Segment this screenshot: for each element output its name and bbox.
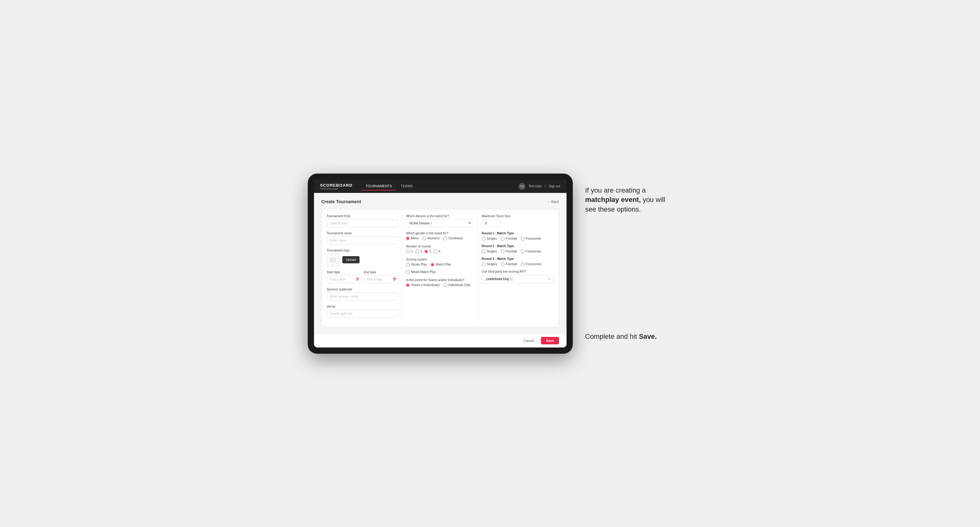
teams-and-individuals[interactable]: Teams (+Individuals) (406, 283, 440, 287)
start-date-group: Start date 📅 (327, 270, 361, 283)
calendar-icon-end: 📅 (393, 278, 396, 281)
annotation-top-bold: matchplay event, (585, 196, 641, 203)
api-tag: Leaderboard King × (485, 277, 514, 281)
annotation-bottom-text: Complete and hit (585, 333, 639, 340)
api-tag-close-icon[interactable]: × (510, 277, 512, 281)
gender-womens[interactable]: Womens (423, 237, 440, 240)
round2-singles-label: Singles (487, 250, 497, 253)
form-header: Create Tournament ← Back (321, 199, 559, 204)
round1-fourball[interactable]: Fourball (501, 237, 517, 241)
round-2-label: 2 (420, 250, 422, 253)
tablet-screen: SCOREBOARD Powered by clippit TOURNAMENT… (314, 180, 566, 348)
round3-fourball-label: Fourball (506, 262, 517, 266)
nav-right: TU Test User | Sign out (519, 183, 560, 190)
venue-group: Venue (327, 305, 398, 317)
round-4[interactable]: 4 (434, 250, 441, 253)
api-label: Use third-party live scoring API? (482, 270, 554, 273)
name-label: Tournament name (327, 232, 398, 235)
sign-out-link[interactable]: Sign out (549, 184, 560, 188)
division-group: Which division is the event for? NCAA Di… (406, 214, 474, 227)
gender-combined[interactable]: Combined (443, 237, 463, 240)
round3-foursomes[interactable]: Foursomes (521, 262, 541, 266)
annotation-top-text: If you are creating a (585, 186, 646, 194)
round2-singles[interactable]: Singles (482, 250, 497, 253)
date-row: Start date 📅 End date (327, 270, 398, 283)
scoring-match[interactable]: Match Play (431, 263, 451, 267)
round1-singles[interactable]: Singles (482, 237, 497, 241)
cancel-button[interactable]: Cancel (520, 337, 538, 344)
name-input[interactable] (327, 237, 398, 244)
avatar: TU (519, 183, 525, 190)
teams-label: Is this event for Teams and/or Individua… (406, 278, 474, 282)
teams-radio-group: Teams (+Individuals) Individuals Only (406, 283, 474, 287)
save-button[interactable]: Save (541, 337, 559, 344)
main-content: Create Tournament ← Back Tournament Host… (314, 193, 566, 333)
annotation-top: If you are creating a matchplay event, y… (585, 186, 673, 214)
annotation-bottom: Complete and hit Save. (585, 332, 673, 341)
end-date-wrap: 📅 (364, 276, 398, 283)
end-date-group: End date 📅 (364, 270, 398, 283)
division-select[interactable]: NCAA Division I (406, 219, 474, 227)
max-team-label: Maximum Team Size (482, 214, 554, 218)
max-team-input[interactable] (482, 219, 500, 227)
scoring-medal[interactable]: Medal Match Play (406, 270, 436, 274)
round-1[interactable]: 1 (406, 250, 413, 253)
round1-singles-label: Singles (487, 237, 497, 240)
max-team-group: Maximum Team Size (482, 214, 554, 227)
host-label: Tournament Host (327, 214, 398, 218)
api-select[interactable]: Leaderboard King × ▼ (482, 275, 554, 283)
individuals-label: Individuals Only (449, 283, 471, 287)
round3-foursomes-label: Foursomes (526, 262, 541, 266)
round3-label: Round 3 - Match Type (482, 257, 554, 260)
round-3-label: 3 (430, 250, 431, 253)
upload-button[interactable]: Upload (342, 256, 360, 264)
tablet-device: SCOREBOARD Powered by clippit TOURNAMENT… (308, 174, 573, 354)
form-col-2: Which division is the event for? NCAA Di… (402, 214, 478, 322)
round2-foursomes[interactable]: Foursomes (521, 250, 541, 253)
scoring-stroke[interactable]: Stroke Play (406, 263, 427, 267)
logo-subtitle: Powered by clippit (320, 187, 353, 190)
svg-rect-0 (331, 258, 335, 262)
page-title: Create Tournament (321, 199, 361, 204)
sponsor-input[interactable] (327, 293, 398, 300)
tab-teams[interactable]: TEAMS (397, 182, 416, 190)
round1-foursomes[interactable]: Foursomes (521, 237, 541, 241)
svg-point-1 (332, 259, 333, 260)
round3-singles-label: Singles (487, 262, 497, 266)
annotations: If you are creating a matchplay event, y… (585, 186, 673, 341)
individuals-only[interactable]: Individuals Only (443, 283, 471, 287)
round1-fourball-label: Fourball (506, 237, 517, 240)
teams-option-label: Teams (+Individuals) (411, 283, 440, 287)
gender-mens[interactable]: Mens (406, 237, 418, 240)
end-label: End date (364, 270, 398, 274)
round2-fourball-label: Fourball (506, 250, 517, 253)
gender-mens-label: Mens (411, 237, 418, 240)
round3-match-type: Round 3 - Match Type Singles Fourball (482, 257, 554, 266)
round3-fourball[interactable]: Fourball (501, 262, 517, 266)
round2-fourball[interactable]: Fourball (501, 250, 517, 253)
dates-group: Start date 📅 End date (327, 270, 398, 283)
scoring-label: Scoring system (406, 258, 474, 261)
round3-singles[interactable]: Singles (482, 262, 497, 266)
round1-radio-group: Singles Fourball Foursomes (482, 237, 554, 241)
start-label: Start date (327, 270, 361, 274)
gender-womens-label: Womens (428, 237, 440, 240)
rounds-group: Number of rounds 1 2 (406, 244, 474, 253)
logo-upload-area: Upload (327, 254, 398, 266)
round-3[interactable]: 3 (424, 250, 431, 253)
tab-tournaments[interactable]: TOURNAMENTS (362, 182, 396, 190)
tournament-host-group: Tournament Host (327, 214, 398, 227)
sponsor-group: Sponsor (optional) (327, 288, 398, 300)
host-input[interactable] (327, 219, 398, 227)
rounds-label: Number of rounds (406, 244, 474, 248)
round-2[interactable]: 2 (415, 250, 422, 253)
round2-foursomes-label: Foursomes (526, 250, 541, 253)
annotation-bottom-bold: Save. (639, 333, 657, 340)
form-footer: Cancel Save (314, 333, 566, 348)
form-grid: Tournament Host Tournament name Tourname… (321, 209, 559, 327)
division-label: Which division is the event for? (406, 214, 474, 218)
teams-group: Is this event for Teams and/or Individua… (406, 278, 474, 287)
back-link[interactable]: ← Back (547, 200, 559, 203)
venue-input[interactable] (327, 310, 398, 317)
round1-match-type: Round 1 - Match Type Singles Fourball (482, 232, 554, 241)
